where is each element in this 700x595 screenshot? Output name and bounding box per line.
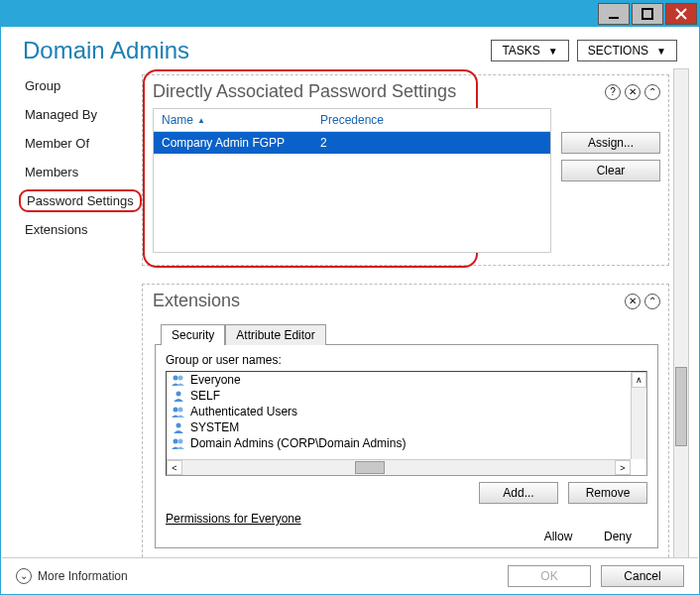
window-maximize-button[interactable] (632, 3, 663, 25)
password-section-title: Directly Associated Password Settings (153, 81, 456, 102)
cell-name: Company Admin FGPP (162, 136, 320, 150)
password-settings-table[interactable]: Name ▲ Precedence Company Admin FGPP 2 (153, 108, 551, 253)
close-icon[interactable]: ✕ (625, 294, 641, 309)
user-icon (171, 390, 186, 402)
horizontal-scrollbar[interactable]: < > (167, 459, 631, 475)
sections-label: SECTIONS (588, 44, 648, 58)
content-scrollbar[interactable] (673, 68, 689, 585)
close-icon[interactable]: ✕ (625, 84, 641, 100)
svg-rect-1 (642, 9, 652, 19)
cell-precedence: 2 (320, 136, 542, 150)
group-icon (171, 406, 186, 417)
list-item-label: SYSTEM (190, 420, 239, 434)
list-item-label: SELF (190, 389, 220, 403)
list-item[interactable]: Domain Admins (CORP\Domain Admins) (167, 435, 631, 451)
sidebar-item-members[interactable]: Members (19, 161, 142, 183)
list-item[interactable]: Authenticated Users (167, 404, 631, 419)
group-icon (171, 374, 186, 386)
tasks-dropdown[interactable]: TASKS ▼ (491, 40, 568, 61)
sidebar-item-managed-by[interactable]: Managed By (19, 103, 142, 126)
scroll-thumb[interactable] (675, 367, 687, 446)
list-item[interactable]: SYSTEM (167, 419, 631, 435)
page-title: Domain Admins (23, 37, 189, 64)
dialog-footer: ⌄ More Information OK Cancel (2, 557, 698, 593)
chevron-down-icon: ⌄ (16, 568, 32, 584)
more-information-toggle[interactable]: ⌄ More Information (16, 568, 128, 584)
list-item-label: Domain Admins (CORP\Domain Admins) (190, 436, 406, 450)
table-header[interactable]: Name ▲ Precedence (154, 109, 550, 132)
assign-button[interactable]: Assign... (561, 132, 660, 154)
scroll-thumb[interactable] (355, 461, 385, 474)
group-listbox[interactable]: Everyone SELF Authenticated Users (166, 371, 647, 476)
sections-dropdown[interactable]: SECTIONS ▼ (577, 40, 677, 61)
svg-point-11 (178, 439, 183, 444)
more-info-label: More Information (38, 569, 128, 583)
allow-header: Allow (528, 530, 588, 543)
sidebar-item-member-of[interactable]: Member Of (19, 132, 142, 155)
svg-point-5 (178, 376, 183, 381)
chevron-down-icon: ▼ (656, 46, 666, 57)
scroll-up-icon[interactable]: ∧ (632, 372, 646, 388)
add-button[interactable]: Add... (479, 482, 558, 504)
list-item[interactable]: Everyone (167, 372, 631, 388)
user-icon (171, 421, 186, 433)
sidebar-item-group[interactable]: Group (19, 74, 142, 97)
list-item[interactable]: SELF (167, 388, 631, 404)
tab-attribute-editor[interactable]: Attribute Editor (225, 324, 325, 345)
list-item-label: Authenticated Users (190, 405, 297, 418)
permissions-label: Permissions for Everyone (166, 512, 647, 526)
svg-point-4 (174, 376, 178, 381)
collapse-icon[interactable]: ⌃ (644, 294, 660, 309)
tab-security[interactable]: Security (161, 324, 225, 345)
ok-button[interactable]: OK (508, 565, 591, 587)
col-name-header[interactable]: Name (162, 113, 193, 127)
col-precedence-header[interactable]: Precedence (320, 113, 542, 127)
extensions-section-title: Extensions (153, 291, 240, 311)
help-icon[interactable]: ? (605, 84, 621, 100)
security-tabpanel: Group or user names: Everyone SELF (155, 344, 658, 548)
svg-point-8 (178, 408, 183, 413)
tasks-label: TASKS (502, 44, 539, 58)
svg-point-9 (176, 423, 181, 428)
group-user-label: Group or user names: (166, 353, 647, 367)
sidebar-item-extensions[interactable]: Extensions (19, 218, 142, 241)
password-settings-section: Directly Associated Password Settings ? … (142, 74, 669, 266)
list-item-label: Everyone (190, 373, 241, 387)
window-close-button[interactable] (665, 3, 697, 25)
deny-header: Deny (588, 530, 647, 543)
svg-point-10 (174, 439, 178, 444)
group-icon (171, 437, 186, 449)
svg-point-7 (174, 408, 178, 413)
cancel-button[interactable]: Cancel (601, 565, 684, 587)
sort-asc-icon: ▲ (197, 116, 205, 125)
scroll-left-icon[interactable]: < (167, 460, 182, 475)
window-minimize-button[interactable] (598, 3, 630, 25)
extensions-section: Extensions ✕ ⌃ Security Attribute Editor… (142, 284, 669, 567)
window-titlebar (1, 1, 699, 27)
table-row[interactable]: Company Admin FGPP 2 (154, 132, 550, 154)
remove-button[interactable]: Remove (568, 482, 647, 504)
page-header: Domain Admins TASKS ▼ SECTIONS ▼ (1, 27, 699, 68)
vertical-scrollbar[interactable]: ∧ (631, 372, 646, 459)
sidebar: Group Managed By Member Of Members Passw… (7, 68, 142, 247)
svg-point-6 (176, 392, 181, 397)
collapse-icon[interactable]: ⌃ (644, 84, 660, 100)
chevron-down-icon: ▼ (548, 46, 558, 57)
permissions-header: Allow Deny (166, 530, 647, 543)
clear-button[interactable]: Clear (561, 160, 660, 181)
sidebar-item-password-settings[interactable]: Password Settings (19, 189, 142, 212)
scroll-right-icon[interactable]: > (615, 460, 631, 475)
